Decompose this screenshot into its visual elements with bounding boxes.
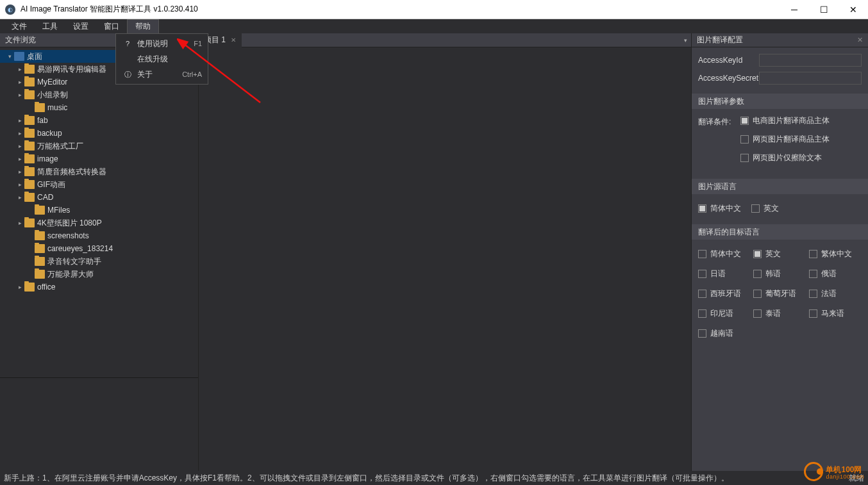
- tree-item[interactable]: ▸office: [0, 281, 198, 293]
- checkbox-icon: [809, 290, 817, 298]
- menu-窗口[interactable]: 窗口: [96, 19, 127, 33]
- menu-工具[interactable]: 工具: [35, 19, 65, 33]
- expand-icon[interactable]: ▸: [15, 130, 24, 136]
- tgt-lang-1[interactable]: 英文: [753, 249, 806, 259]
- folder-icon: [35, 244, 45, 253]
- src-lang-0[interactable]: 简体中文: [698, 203, 741, 214]
- expand-icon[interactable]: ▸: [15, 169, 24, 175]
- tree-item[interactable]: ▸万能格式工厂: [0, 140, 198, 152]
- tree-item[interactable]: MFiles: [0, 204, 198, 217]
- tgt-lang-9[interactable]: 印尼语: [698, 308, 751, 319]
- checkbox-icon: [809, 250, 817, 258]
- folder-icon: [24, 129, 35, 138]
- checkbox-icon: [809, 309, 817, 318]
- help-menu-item-2[interactable]: ⓘ关于Ctrl+A: [118, 67, 206, 82]
- expand-icon[interactable]: ▾: [5, 53, 14, 60]
- expand-icon[interactable]: ▸: [15, 284, 24, 290]
- workspace[interactable]: [199, 47, 691, 471]
- expand-icon[interactable]: ▸: [15, 220, 24, 226]
- watermark: 单机100网 danji100.com: [804, 462, 864, 481]
- folder-icon: [24, 154, 35, 163]
- tree-item[interactable]: 万能录屏大师: [0, 268, 198, 281]
- checkbox-icon: [698, 329, 706, 338]
- watermark-url: danji100.com: [826, 474, 864, 480]
- tgt-lang-0[interactable]: 简体中文: [698, 249, 751, 259]
- expand-icon[interactable]: ▸: [15, 156, 24, 162]
- tgt-lang-11[interactable]: 马来语: [809, 308, 862, 319]
- tgt-lang-12[interactable]: 越南语: [698, 328, 751, 339]
- checkbox-icon: [753, 270, 762, 278]
- checkbox-label: 网页图片仅擦除文本: [753, 152, 822, 163]
- folder-icon: [24, 142, 35, 151]
- tree-item[interactable]: ▸简鹿音频格式转换器: [0, 165, 198, 178]
- tree-item[interactable]: ▸backup: [0, 127, 198, 140]
- checkbox-icon: [809, 270, 817, 278]
- expand-icon[interactable]: ▸: [15, 181, 24, 188]
- tree-item[interactable]: ▸CAD: [0, 191, 198, 204]
- cond-opt-2[interactable]: 网页图片仅擦除文本: [740, 152, 830, 163]
- expand-icon[interactable]: ▸: [15, 117, 24, 124]
- tree-item[interactable]: music: [0, 101, 198, 114]
- checkbox-label: 西班牙语: [710, 288, 741, 299]
- minimize-button[interactable]: ─: [780, 0, 809, 19]
- maximize-button[interactable]: ☐: [809, 0, 839, 19]
- expand-icon[interactable]: ▸: [15, 92, 24, 98]
- tree-item[interactable]: ▸image: [0, 152, 198, 165]
- file-browser-panel: 文件浏览 ▾桌面▸易游网讯专用编辑器▸MyEditor▸小组录制music▸fa…: [0, 33, 199, 471]
- menu-item-icon: ?: [122, 40, 133, 47]
- close-button[interactable]: ✕: [839, 0, 868, 19]
- tree-item-label: 录音转文字助手: [47, 256, 101, 267]
- tgt-lang-6[interactable]: 西班牙语: [698, 288, 751, 299]
- tgt-lang-7[interactable]: 葡萄牙语: [753, 288, 806, 299]
- menu-item-label: 关于: [133, 69, 173, 80]
- tree-item[interactable]: careueyes_183214: [0, 242, 198, 255]
- help-menu-item-1[interactable]: 在线升级: [118, 51, 206, 67]
- tgt-lang-10[interactable]: 泰语: [753, 308, 806, 319]
- tgt-lang-3[interactable]: 日语: [698, 268, 751, 279]
- tree-item-label: CAD: [37, 193, 53, 202]
- tree-item[interactable]: ▸小组录制: [0, 88, 198, 101]
- tree-item[interactable]: screenshots: [0, 229, 198, 242]
- tree-item-label: screenshots: [47, 231, 89, 240]
- expand-icon[interactable]: ▸: [15, 194, 24, 201]
- tgt-lang-8[interactable]: 法语: [809, 288, 862, 299]
- tgt-lang-2[interactable]: 繁体中文: [809, 249, 862, 259]
- tree-item-label: backup: [37, 129, 62, 138]
- section-tgt-header: 翻译后的目标语言: [692, 224, 868, 240]
- tree-item-label: 万能格式工厂: [37, 141, 83, 152]
- folder-tree[interactable]: ▾桌面▸易游网讯专用编辑器▸MyEditor▸小组录制music▸fab▸bac…: [0, 47, 198, 377]
- tree-item[interactable]: ▸fab: [0, 114, 198, 127]
- tab-close-icon[interactable]: ✕: [231, 37, 236, 44]
- expand-icon[interactable]: ▸: [15, 66, 24, 72]
- tab-overflow-icon[interactable]: ▾: [680, 37, 691, 44]
- accesskeysecret-input[interactable]: [759, 72, 862, 85]
- checkbox-label: 葡萄牙语: [765, 288, 796, 299]
- checkbox-label: 越南语: [710, 328, 733, 339]
- checkbox-icon: [753, 250, 762, 258]
- folder-icon: [24, 116, 35, 125]
- menu-帮助[interactable]: 帮助: [127, 19, 159, 33]
- checkbox-label: 韩语: [765, 268, 781, 279]
- checkbox-label: 泰语: [765, 308, 781, 319]
- src-lang-1[interactable]: 英文: [751, 203, 779, 214]
- help-menu-item-0[interactable]: ?使用说明F1: [118, 36, 206, 51]
- watermark-icon: [804, 462, 823, 481]
- tree-item-label: fab: [37, 116, 48, 125]
- cond-opt-0[interactable]: 电商图片翻译商品主体: [740, 115, 830, 126]
- expand-icon[interactable]: ▸: [15, 79, 24, 85]
- tab-strip: 项目 1✕▾: [199, 33, 691, 47]
- checkbox-label: 电商图片翻译商品主体: [753, 115, 830, 126]
- config-panel-close-icon[interactable]: ✕: [857, 36, 863, 44]
- expand-icon[interactable]: ▸: [15, 143, 24, 149]
- checkbox-label: 英文: [765, 249, 781, 259]
- tree-item[interactable]: ▸GIF动画: [0, 178, 198, 191]
- menu-设置[interactable]: 设置: [65, 19, 96, 33]
- tgt-lang-5[interactable]: 俄语: [809, 268, 862, 279]
- accesskeyid-input[interactable]: [759, 54, 862, 67]
- menu-文件[interactable]: 文件: [4, 19, 35, 33]
- tree-item[interactable]: 录音转文字助手: [0, 255, 198, 268]
- tgt-lang-4[interactable]: 韩语: [753, 268, 806, 279]
- cond-opt-1[interactable]: 网页图片翻译商品主体: [740, 134, 830, 145]
- tree-item[interactable]: ▸4K壁纸图片 1080P: [0, 217, 198, 229]
- checkbox-icon: [753, 290, 762, 298]
